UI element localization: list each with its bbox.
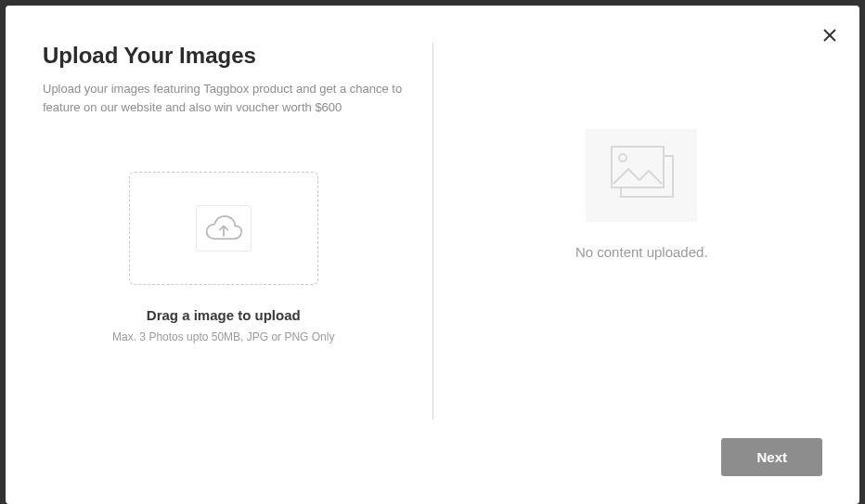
empty-state: No content uploaded. [575,129,708,260]
svg-rect-3 [612,147,664,187]
photos-placeholder-icon [602,143,680,208]
upload-modal: Upload Your Images Upload your images fe… [6,6,859,504]
next-button[interactable]: Next [721,438,822,476]
upload-icon-box [196,205,252,252]
modal-footer: Next [6,438,859,504]
close-button[interactable] [819,24,841,46]
page-title: Upload Your Images [43,43,405,69]
empty-icon-container [586,129,697,222]
limits-label: Max. 3 Photos upto 50MB, JPG or PNG Only [112,330,334,343]
right-panel: No content uploaded. [433,43,823,420]
close-icon [822,28,837,43]
empty-label: No content uploaded. [575,244,708,260]
page-subtitle: Upload your images featuring Taggbox pro… [43,80,405,116]
dropzone-wrapper: Drag a image to upload Max. 3 Photos upt… [43,172,405,343]
cloud-upload-icon [204,214,243,242]
upload-dropzone[interactable] [129,172,318,285]
modal-content: Upload Your Images Upload your images fe… [6,6,859,438]
left-panel: Upload Your Images Upload your images fe… [43,43,432,420]
drag-label: Drag a image to upload [147,307,301,323]
